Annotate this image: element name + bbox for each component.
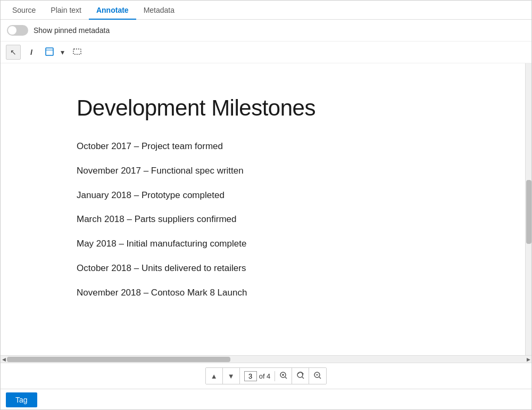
list-item: March 2018 – Parts suppliers confirmed: [77, 213, 449, 226]
zoom-in-icon: [279, 371, 288, 381]
zoom-out-button[interactable]: [309, 368, 326, 384]
tab-bar: Source Plain text Annotate Metadata: [1, 1, 531, 20]
svg-rect-2: [73, 49, 81, 54]
shape-tool-button[interactable]: [42, 45, 57, 60]
up-arrow-icon: ▲: [211, 372, 218, 380]
chevron-down-icon: ▾: [61, 48, 64, 56]
doc-page: Development Milestones October 2017 – Pr…: [34, 63, 492, 355]
page-of-label: of 4: [259, 372, 271, 380]
toggle-row: Show pinned metadata: [1, 20, 531, 42]
toggle-knob: [8, 26, 16, 35]
next-page-button[interactable]: ▼: [223, 368, 240, 384]
shape-dropdown-arrow[interactable]: ▾: [58, 45, 66, 60]
scroll-right-arrow[interactable]: ▶: [525, 356, 531, 363]
tab-plain-text[interactable]: Plain text: [43, 2, 89, 20]
h-scrollbar-thumb[interactable]: [7, 357, 230, 362]
svg-line-8: [302, 377, 304, 379]
pagination-bar: ▲ ▼ of 4: [1, 363, 531, 389]
footer-bar: Tag: [1, 389, 531, 410]
text-tool-button[interactable]: I: [24, 45, 39, 60]
tab-metadata[interactable]: Metadata: [136, 2, 182, 20]
svg-line-11: [319, 377, 321, 379]
list-item: October 2017 – Project team formed: [77, 140, 449, 153]
cursor-icon: ↖: [10, 48, 16, 56]
vertical-scrollbar[interactable]: [525, 63, 531, 355]
zoom-reset-icon: [296, 371, 305, 381]
scroll-left-arrow[interactable]: ◀: [1, 356, 7, 363]
page-number-input[interactable]: [244, 371, 257, 381]
tab-annotate[interactable]: Annotate: [89, 2, 136, 20]
list-item: May 2018 – Initial manufacturing complet…: [77, 237, 449, 250]
svg-point-7: [297, 372, 303, 378]
shape-tool-dropdown[interactable]: ▾: [42, 45, 66, 60]
list-item: January 2018 – Prototype completed: [77, 189, 449, 202]
zoom-out-icon: [313, 371, 322, 381]
cursor-tool-button[interactable]: ↖: [6, 45, 21, 60]
text-icon: I: [30, 48, 32, 56]
annotation-toolbar: ↖ I ▾: [1, 42, 531, 63]
svg-line-6: [285, 377, 287, 379]
horizontal-scrollbar[interactable]: ◀ ▶: [1, 355, 531, 363]
rect-icon: [73, 47, 81, 58]
page-controls: ▲ ▼ of 4: [205, 367, 327, 384]
down-arrow-icon: ▼: [228, 372, 235, 380]
zoom-reset-button[interactable]: [292, 368, 309, 384]
toggle-label: Show pinned metadata: [34, 26, 110, 35]
page-input-area: of 4: [240, 371, 276, 381]
list-item: October 2018 – Units delivered to retail…: [77, 262, 449, 275]
prev-page-button[interactable]: ▲: [206, 368, 223, 384]
scrollbar-thumb[interactable]: [526, 180, 531, 244]
list-item: November 2017 – Functional spec written: [77, 165, 449, 177]
document-title: Development Milestones: [77, 95, 449, 121]
pinned-metadata-toggle[interactable]: [7, 25, 28, 36]
shape-icon: [45, 47, 54, 58]
svg-rect-0: [46, 48, 53, 55]
tag-button[interactable]: Tag: [6, 392, 37, 407]
rect-tool-button[interactable]: [70, 45, 85, 60]
list-item: November 2018 – Contoso Mark 8 Launch: [77, 286, 449, 299]
zoom-in-button[interactable]: [275, 368, 292, 384]
document-viewer[interactable]: Development Milestones October 2017 – Pr…: [1, 63, 525, 355]
tab-source[interactable]: Source: [5, 2, 43, 20]
